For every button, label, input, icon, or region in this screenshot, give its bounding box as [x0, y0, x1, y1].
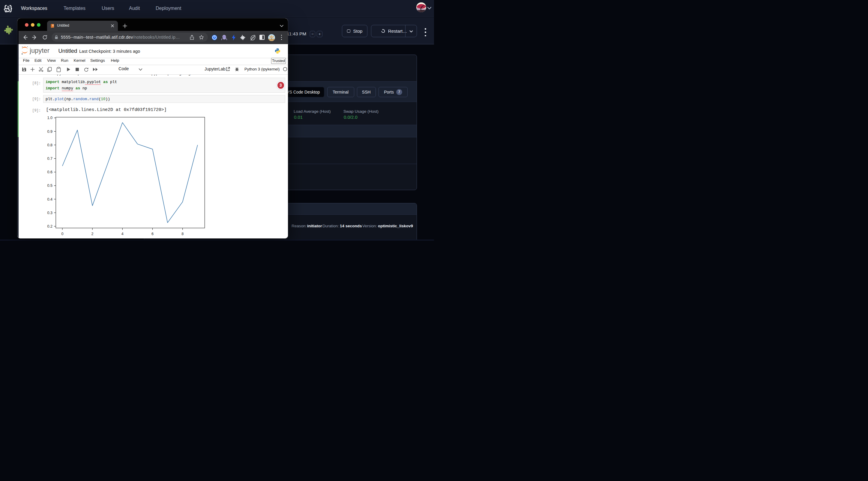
svg-text:8: 8: [182, 232, 184, 236]
svg-text:4: 4: [121, 232, 124, 236]
svg-text:0.9: 0.9: [48, 130, 53, 134]
svg-text:0.7: 0.7: [48, 157, 53, 161]
svg-text:0: 0: [61, 232, 63, 236]
svg-text:2: 2: [91, 232, 94, 236]
svg-text:0.8: 0.8: [48, 143, 53, 147]
svg-text:6: 6: [152, 232, 154, 236]
svg-text:0.2: 0.2: [48, 224, 53, 228]
svg-text:0.4: 0.4: [48, 197, 53, 201]
svg-text:0.5: 0.5: [48, 184, 53, 188]
svg-text:1.0: 1.0: [48, 116, 53, 120]
svg-text:0.3: 0.3: [48, 211, 53, 215]
svg-text:0.6: 0.6: [48, 170, 53, 174]
